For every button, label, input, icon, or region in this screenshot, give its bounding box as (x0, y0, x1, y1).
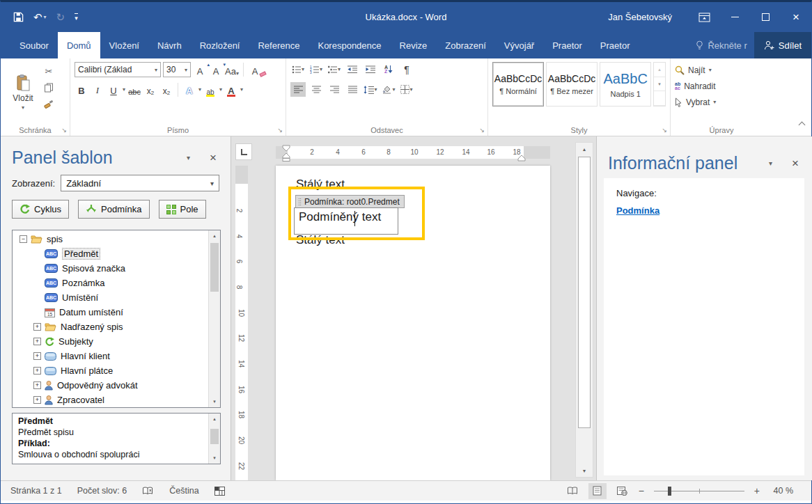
replace-button[interactable]: abac Nahradit (675, 78, 768, 94)
scroll-down-icon[interactable]: ▾ (576, 464, 593, 477)
document-scrollbar[interactable]: ▴ ▾ (575, 142, 593, 478)
align-center-button[interactable] (309, 82, 324, 97)
dialog-launcher-icon[interactable]: ↘ (479, 127, 485, 134)
scroll-down-icon[interactable]: ▾ (209, 396, 220, 407)
redo-button[interactable]: ↻ (56, 11, 65, 24)
bullets-button[interactable]: ▾ (290, 62, 306, 77)
view-select[interactable]: Základní ▾ (61, 175, 219, 191)
scrollbar-thumb[interactable] (210, 243, 219, 292)
chevron-down-icon[interactable]: ▾ (123, 86, 125, 93)
print-layout-button[interactable] (588, 483, 607, 499)
tab-vyvojar[interactable]: Vývojář (495, 32, 543, 58)
tab-stop-selector[interactable] (235, 143, 252, 160)
tree-item-nadrazeny-spis[interactable]: + Nadřazený spis (13, 320, 208, 334)
tab-domu[interactable]: Domů (58, 32, 100, 58)
decrease-indent-button[interactable] (345, 62, 360, 77)
find-button[interactable]: Najít ▾ (675, 62, 768, 78)
scroll-down-icon[interactable]: ▾ (209, 452, 220, 464)
tree-item-spis[interactable]: − spis (13, 232, 208, 246)
scroll-up-icon[interactable]: ▴ (209, 230, 220, 242)
maximize-button[interactable] (750, 2, 781, 32)
style-no-spacing[interactable]: AaBbCcDc ¶ Bez mezer (546, 62, 598, 107)
bold-button[interactable]: B (75, 82, 88, 97)
increase-indent-button[interactable] (363, 62, 378, 77)
tree-item-zpracovatel[interactable]: + Zpracovatel (13, 393, 208, 407)
undo-button[interactable]: ↶▾ (33, 11, 47, 24)
close-button[interactable]: × (781, 2, 811, 32)
tree-item-predmet[interactable]: ABC Předmět (13, 246, 208, 261)
user-name[interactable]: Jan Šebetovský (608, 12, 672, 22)
vertical-ruler[interactable]: 2 4 6 8 10 12 14 16 18 20 22 (235, 166, 248, 480)
macro-recording-button[interactable] (214, 487, 225, 496)
chevron-down-icon[interactable]: ▾ (198, 86, 201, 93)
tab-revize[interactable]: Revize (391, 32, 437, 58)
font-color-button[interactable]: A (224, 82, 238, 97)
borders-button[interactable]: ▾ (399, 82, 414, 97)
change-case-button[interactable]: Aa▾ (225, 63, 239, 77)
tree-item-odpovedny-advokat[interactable]: + Odpovědný advokát (13, 378, 208, 393)
customize-qat-button[interactable]: ▾ (75, 13, 78, 22)
text-effects-button[interactable]: A (182, 82, 196, 97)
read-mode-button[interactable] (563, 483, 581, 499)
expand-expander-icon[interactable]: + (33, 381, 41, 389)
horizontal-ruler[interactable]: 2 4 6 8 10 12 14 16 18 (276, 146, 550, 159)
save-button[interactable] (13, 12, 24, 22)
expand-expander-icon[interactable]: + (33, 367, 41, 375)
condition-button[interactable]: Podmínka (78, 200, 150, 219)
expand-expander-icon[interactable]: + (33, 396, 41, 404)
tab-navrh[interactable]: Návrh (148, 32, 191, 58)
tell-me-button[interactable]: Řekněte r (689, 32, 754, 58)
show-formatting-button[interactable]: ¶ (399, 62, 414, 77)
tab-praetor-2[interactable]: Praetor (591, 32, 639, 58)
web-layout-button[interactable] (614, 483, 632, 499)
clear-formatting-button[interactable]: A (248, 63, 262, 77)
document-page[interactable]: Stálý text Stálý text Podmínka: root0.Pr… (276, 166, 550, 480)
word-count[interactable]: Počet slov: 6 (77, 486, 127, 496)
zoom-slider[interactable] (654, 491, 744, 491)
style-heading1[interactable]: AaBbC Nadpis 1 (600, 62, 651, 107)
content-control[interactable]: Podmínka: root0.Predmet Podmíněný text (288, 187, 425, 240)
ribbon-display-options-button[interactable] (689, 2, 719, 32)
minimize-button[interactable] (719, 2, 750, 32)
field-button[interactable]: Pole (159, 200, 206, 219)
zoom-in-button[interactable]: + (754, 485, 760, 496)
drag-handle-icon[interactable] (298, 198, 302, 206)
shrink-font-button[interactable]: A▾ (209, 63, 223, 77)
share-button[interactable]: Sdílet (754, 32, 811, 58)
tree-item-poznamka[interactable]: ABC Poznámka (13, 276, 208, 290)
content-control-text[interactable]: Podmíněný text (294, 207, 398, 235)
expand-expander-icon[interactable]: + (33, 323, 41, 331)
font-family-combo[interactable]: Calibri (Základ▾ (75, 62, 161, 77)
tab-rozlozeni[interactable]: Rozložení (191, 32, 249, 58)
dialog-launcher-icon[interactable]: ↘ (662, 127, 667, 134)
align-right-button[interactable] (327, 82, 342, 97)
content-control-tag[interactable]: Podmínka: root0.Predmet (295, 195, 405, 208)
chevron-down-icon[interactable]: ▾ (240, 86, 243, 93)
expand-expander-icon[interactable]: + (33, 352, 41, 360)
shading-button[interactable]: ▾ (381, 82, 396, 97)
page-indicator[interactable]: Stránka 1 z 1 (10, 486, 62, 496)
collapse-ribbon-button[interactable] (799, 118, 804, 130)
scroll-up-icon[interactable]: ▴ (209, 414, 220, 425)
description-scrollbar[interactable]: ▴ ▾ (208, 414, 220, 464)
tree-item-datum-umisteni[interactable]: 15 Datum umístění (13, 305, 208, 320)
scrollbar-thumb[interactable] (210, 429, 219, 444)
tab-reference[interactable]: Reference (249, 32, 309, 58)
line-spacing-button[interactable]: ▾ (363, 82, 378, 97)
cycle-button[interactable]: Cyklus (12, 200, 69, 219)
styles-scroll-down-button[interactable]: ▾ (654, 77, 665, 92)
right-indent-marker[interactable] (517, 152, 526, 164)
grow-font-button[interactable]: A▴ (193, 63, 207, 77)
tab-korespondence[interactable]: Korespondence (309, 32, 390, 58)
italic-button[interactable]: I (91, 82, 104, 97)
style-normal[interactable]: AaBbCcDc ¶ Normální (492, 62, 544, 107)
zoom-slider-thumb[interactable] (668, 487, 671, 496)
cut-button[interactable]: ✂ (41, 65, 56, 77)
scroll-up-icon[interactable]: ▴ (576, 143, 593, 155)
highlight-color-button[interactable]: ab (203, 82, 217, 97)
tab-praetor-1[interactable]: Praetor (543, 32, 591, 58)
underline-button[interactable]: U (107, 82, 120, 97)
numbering-button[interactable]: 123▾ (309, 62, 324, 77)
copy-button[interactable] (41, 81, 56, 94)
panel-close-button[interactable]: × (210, 151, 217, 165)
